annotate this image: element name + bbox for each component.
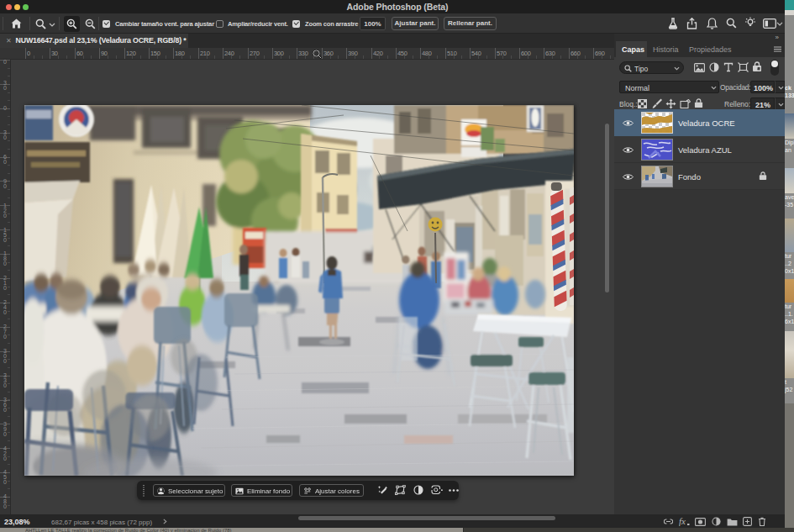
svg-text:fx: fx (679, 517, 686, 526)
